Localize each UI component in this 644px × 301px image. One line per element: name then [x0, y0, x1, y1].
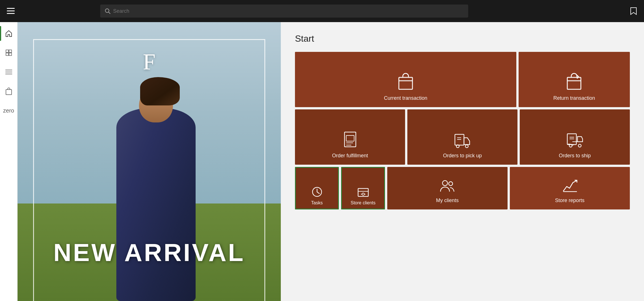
tile-current-transaction[interactable]: Current transaction — [295, 52, 516, 107]
tile-label: Store reports — [555, 197, 585, 204]
svg-rect-1 — [7, 10, 15, 11]
bookmark-icon[interactable] — [630, 7, 637, 15]
tile-label: Order fulfillment — [332, 152, 368, 159]
row-2: Order fulfillment — [295, 109, 630, 165]
svg-line-4 — [108, 12, 110, 14]
svg-line-34 — [317, 192, 319, 194]
sidebar-item-home[interactable] — [0, 24, 17, 43]
tile-label: Tasks — [311, 200, 323, 205]
tile-label: Orders to pick up — [443, 152, 482, 159]
tile-label: Store clients — [350, 200, 375, 205]
sidebar-item-products[interactable] — [0, 44, 17, 62]
cart-count-label: zero — [3, 107, 14, 114]
svg-point-41 — [442, 181, 448, 186]
svg-rect-7 — [9, 50, 12, 52]
svg-point-42 — [449, 182, 453, 186]
sidebar-item-count[interactable]: zero — [0, 101, 17, 120]
svg-rect-6 — [6, 50, 8, 52]
tile-return-transaction[interactable]: Return transaction — [519, 52, 630, 107]
search-input[interactable] — [113, 8, 464, 14]
tile-label: My clients — [436, 197, 459, 204]
sidebar: zero — [0, 22, 18, 301]
svg-rect-8 — [6, 53, 8, 56]
order-doc-icon — [343, 132, 358, 148]
hero-tagline: NEW ARRIVAL — [18, 238, 281, 267]
svg-rect-2 — [7, 13, 15, 14]
clients-icon — [440, 179, 455, 193]
store-clients-icon — [358, 186, 369, 198]
svg-rect-13 — [6, 90, 12, 95]
ship-doc-icon — [567, 133, 583, 148]
svg-point-38 — [362, 193, 364, 195]
tile-store-clients[interactable]: Store clients — [341, 167, 385, 209]
main-area: zero F NEW ARRIVAL Start — [0, 22, 644, 301]
svg-rect-9 — [9, 53, 12, 56]
bag-icon — [398, 73, 414, 90]
search-bar[interactable] — [100, 5, 468, 18]
tile-label: Orders to ship — [559, 152, 591, 159]
tile-orders-to-pick-up[interactable]: Orders to pick up — [407, 109, 517, 165]
tile-orders-to-ship[interactable]: Orders to ship — [520, 109, 630, 165]
search-icon — [105, 8, 110, 14]
tiles-container: Current transaction Return tran — [295, 52, 630, 209]
svg-rect-16 — [567, 77, 581, 89]
hamburger-icon[interactable] — [7, 8, 17, 14]
sidebar-item-menu[interactable] — [0, 63, 17, 81]
topbar — [0, 0, 644, 22]
truck-doc-icon — [454, 133, 471, 148]
row-1: Current transaction Return tran — [295, 52, 630, 107]
start-panel: Start Current transaction — [281, 22, 644, 301]
svg-point-29 — [578, 144, 581, 147]
tasks-icon — [311, 186, 323, 198]
row-3: Tasks Store clie — [295, 167, 630, 209]
svg-rect-14 — [399, 77, 412, 89]
tile-tasks[interactable]: Tasks — [295, 167, 339, 209]
svg-rect-19 — [346, 135, 354, 141]
tile-store-reports[interactable]: Store reports — [510, 167, 630, 209]
hero-brand: F — [143, 49, 156, 75]
return-bag-icon — [566, 73, 582, 90]
tile-order-fulfillment[interactable]: Order fulfillment — [295, 109, 405, 165]
svg-rect-0 — [7, 8, 15, 9]
chart-up-icon — [562, 179, 577, 193]
hero-image: F NEW ARRIVAL — [18, 22, 281, 301]
sidebar-item-bag[interactable] — [0, 82, 17, 100]
tile-label: Return transaction — [553, 95, 595, 101]
svg-point-24 — [465, 145, 468, 148]
tile-my-clients[interactable]: My clients — [387, 167, 508, 209]
start-title: Start — [295, 33, 630, 44]
tile-label: Current transaction — [384, 95, 427, 101]
